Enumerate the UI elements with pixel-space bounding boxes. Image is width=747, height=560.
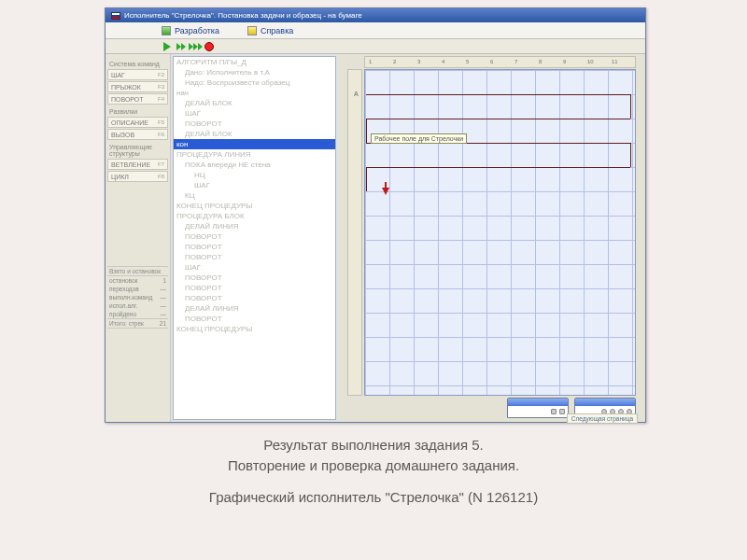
code-line[interactable]: ПОВОРОТ <box>174 293 335 303</box>
palette-button[interactable]: ОПИСАНИЕF5 <box>107 117 168 128</box>
ruler-number: 2 <box>393 59 396 64</box>
menu-razrabotka[interactable]: Разработка <box>162 26 219 35</box>
control-icon <box>551 409 557 414</box>
app-icon <box>111 12 120 20</box>
stat-row: пройдено— <box>107 310 168 318</box>
drawn-path <box>630 143 631 167</box>
code-line[interactable]: Дано: Исполнитель в т.А <box>174 67 335 77</box>
caption-line: Повторение и проверка домашнего задания. <box>0 455 747 476</box>
stop-button[interactable] <box>204 41 215 52</box>
app-body: Система команд ШАГF2ПРЫЖОКF3ПОВОРОТF4 Ра… <box>106 54 645 422</box>
palette-button[interactable]: ШАГF2 <box>107 69 168 80</box>
ruler-number: 5 <box>466 59 469 64</box>
ruler-number: 10 <box>587 59 594 64</box>
ruler-number: 3 <box>417 59 420 64</box>
ruler-horizontal: 1234567891011 <box>364 56 636 68</box>
code-line[interactable]: ДЕЛАЙ БЛОК <box>174 129 335 139</box>
stat-row: остановок1 <box>107 276 168 285</box>
grid-tooltip: Рабочее поле для Стрелочки <box>371 133 467 144</box>
square-icon <box>247 26 257 35</box>
code-line[interactable]: ДЕЛАЙ ЛИНИЯ <box>174 303 335 314</box>
drawn-path <box>630 94 631 119</box>
ruler-vertical <box>347 69 362 396</box>
mini-window[interactable] <box>507 398 569 418</box>
drawn-path <box>366 94 630 95</box>
code-line[interactable]: АЛГОРИТМ П/ГЫ_Д <box>174 57 335 67</box>
drawn-path <box>366 119 630 119</box>
stats-panel: Взято и остановок остановок1переходов—вы… <box>107 266 168 329</box>
square-icon <box>162 26 171 35</box>
code-line[interactable]: ПОВОРОТ <box>174 314 335 324</box>
caption-line: Результат выполнения задания 5. <box>0 435 747 455</box>
code-line[interactable]: НЦ <box>174 170 335 180</box>
drawn-path <box>366 119 367 143</box>
stat-row: выполн.команд— <box>107 293 168 301</box>
window-title: Исполнитель "Стрелочка". Постановка зада… <box>124 11 362 20</box>
code-editor[interactable]: АЛГОРИТМ П/ГЫ_ДДано: Исполнитель в т.АНа… <box>173 56 336 420</box>
drawn-path <box>366 167 630 168</box>
slide-caption: Результат выполнения задания 5. Повторен… <box>0 435 747 508</box>
drawn-path <box>366 167 367 191</box>
canvas-area: 1234567891011 A Рабочее поле для Стрелоч… <box>338 54 645 422</box>
palette-button[interactable]: ПОВОРОТF4 <box>107 93 168 105</box>
ruler-number: 1 <box>369 59 372 64</box>
code-line[interactable]: ПРОЦЕДУРА БЛОК <box>174 211 335 221</box>
toolbar <box>106 39 645 54</box>
code-line[interactable]: ПОКА впереди НЕ стена <box>174 160 335 170</box>
code-line[interactable]: ПРОЦЕДУРА ЛИНИЯ <box>174 149 335 160</box>
caption-line: Графический исполнитель "Стрелочка" (N 1… <box>0 487 747 508</box>
menu-spravka[interactable]: Справка <box>247 26 293 35</box>
code-line[interactable]: ПОВОРОТ <box>174 252 335 262</box>
stat-row: переходов— <box>107 285 168 293</box>
titlebar: Исполнитель "Стрелочка". Постановка зада… <box>106 8 645 22</box>
code-line[interactable]: ПОВОРОТ <box>174 273 335 283</box>
palette-button[interactable]: ВЕТВЛЕНИЕF7 <box>107 159 168 170</box>
control-icon <box>559 409 565 414</box>
ruler-number: 7 <box>514 59 517 64</box>
code-line[interactable]: ПОВОРОТ <box>174 242 335 252</box>
ruler-number: 6 <box>490 59 493 64</box>
palette-section: Развилки <box>109 108 168 115</box>
code-line[interactable]: КОНЕЦ ПРОЦЕДУРЫ <box>174 201 335 211</box>
palette-button[interactable]: ВЫЗОВF6 <box>107 129 168 140</box>
next-page-button[interactable]: Следующая страница <box>567 413 638 424</box>
code-line[interactable]: нач <box>174 88 335 98</box>
palette-section: Система команд <box>109 61 168 67</box>
step-button[interactable] <box>176 41 187 52</box>
row-label: A <box>354 91 359 97</box>
code-line[interactable]: ДЕЛАЙ БЛОК <box>174 98 335 108</box>
code-line[interactable]: Надо: Воспроизвести образец <box>174 77 335 88</box>
code-line[interactable]: ШАГ <box>174 180 335 190</box>
code-line[interactable]: ДЕЛАЙ ЛИНИЯ <box>174 221 335 231</box>
code-line[interactable]: кон <box>174 139 335 149</box>
drawing-grid[interactable]: A Рабочее поле для Стрелочки <box>364 69 636 396</box>
run-button[interactable] <box>162 41 173 52</box>
code-line[interactable]: ПОВОРОТ <box>174 283 335 293</box>
ruler-number: 9 <box>563 59 566 64</box>
code-line[interactable]: ШАГ <box>174 108 335 119</box>
code-line[interactable]: КОНЕЦ ПРОЦЕДУРЫ <box>174 324 335 334</box>
ruler-number: 8 <box>539 59 542 64</box>
menubar: Разработка Справка <box>106 22 645 39</box>
ruler-number: 4 <box>442 59 444 64</box>
code-line[interactable]: ПОВОРОТ <box>174 231 335 242</box>
command-palette: Система команд ШАГF2ПРЫЖОКF3ПОВОРОТF4 Ра… <box>106 54 171 422</box>
code-line[interactable]: КЦ <box>174 190 335 201</box>
code-line[interactable]: ШАГ <box>174 262 335 273</box>
ruler-number: 11 <box>612 59 618 64</box>
code-line[interactable]: ПОВОРОТ <box>174 119 335 129</box>
palette-section: Управляющие структуры <box>109 144 168 157</box>
app-window: Исполнитель "Стрелочка". Постановка зада… <box>105 7 646 423</box>
stat-row: испол.алг.— <box>107 301 168 310</box>
fast-button[interactable] <box>190 41 201 52</box>
arrow-cursor-icon <box>382 188 389 195</box>
palette-button[interactable]: ЦИКЛF8 <box>107 171 168 182</box>
palette-button[interactable]: ПРЫЖОКF3 <box>107 81 168 92</box>
